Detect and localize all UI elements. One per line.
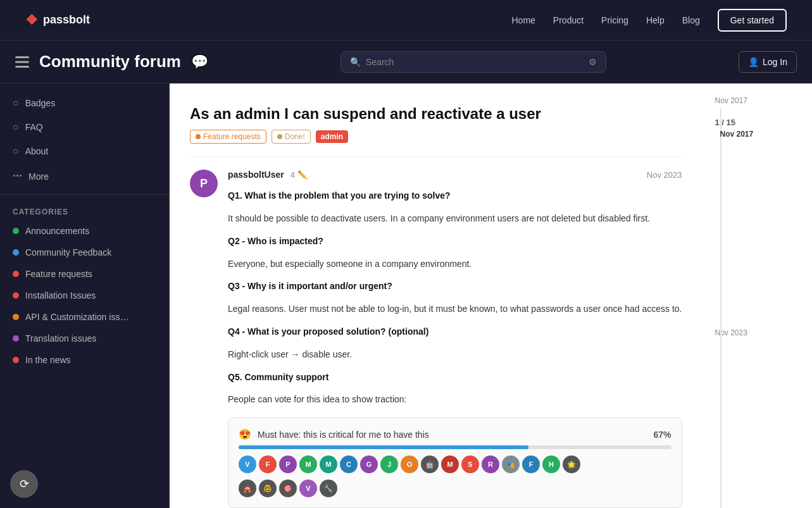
feature-tag-label: Feature requests <box>203 132 261 141</box>
filter-icon[interactable]: ⚙ <box>589 57 597 67</box>
timeline-date-far: Nov 2023 <box>715 328 758 337</box>
avatar: P <box>190 170 218 197</box>
post-title-section: As an admin I can suspend and reactivate… <box>190 104 682 144</box>
category-label-feature-requests: Feature requests <box>25 269 92 279</box>
done-tag-dot <box>277 134 282 139</box>
sidebar-item-about[interactable]: ○ About <box>0 139 169 163</box>
get-started-button[interactable]: Get started <box>718 9 787 32</box>
tag-admin[interactable]: admin <box>316 130 348 143</box>
community-feedback-dot <box>13 249 19 256</box>
nav-help[interactable]: Help <box>646 15 665 25</box>
category-label-translation-issues: Translation issues <box>25 333 96 344</box>
login-button[interactable]: 👤 Log In <box>739 51 797 73</box>
voter-avatar: V <box>239 455 256 473</box>
sidebar-item-community-feedback[interactable]: Community Feedback <box>0 242 169 263</box>
logo-icon: ❖ <box>25 12 38 28</box>
in-the-news-dot <box>13 357 19 363</box>
voter-avatar: 🌟 <box>563 455 580 473</box>
post-title: As an admin I can suspend and reactivate… <box>190 104 682 123</box>
voter-avatar: C <box>340 455 358 473</box>
layout: ○ Badges ○ FAQ ○ About ··· More Categori… <box>0 84 812 508</box>
q1-label: Q1. What is the problem that you are try… <box>228 190 451 201</box>
top-nav: ❖ passbolt Home Product Pricing Help Blo… <box>0 0 812 40</box>
voter-avatar: 🤓 <box>259 480 277 497</box>
post-content: Q1. What is the problem that you are try… <box>228 189 682 407</box>
voter-avatar: P <box>279 455 297 473</box>
sidebar-item-badges[interactable]: ○ Badges <box>0 91 169 115</box>
timeline-line <box>720 109 721 508</box>
q3-text: Legal reasons. User must not be able to … <box>228 302 682 317</box>
announcements-dot <box>13 228 19 234</box>
sidebar-item-translation-issues[interactable]: Translation issues <box>0 328 169 349</box>
nav-home[interactable]: Home <box>512 15 535 25</box>
timeline-progress: 1 / 15 <box>715 118 758 127</box>
post-tags: Feature requests Done! admin <box>190 130 682 144</box>
sidebar-item-label-faq: FAQ <box>25 122 43 132</box>
voter-avatar: J <box>380 455 398 473</box>
nav-blog[interactable]: Blog <box>682 15 700 25</box>
faq-icon: ○ <box>13 121 19 133</box>
more-dots-icon: ··· <box>13 170 22 183</box>
post-edit-count[interactable]: 4 ✏️ <box>290 170 308 180</box>
poll-voters-row1: VFPMMCGJO🤖MSR🎭FH🌟 <box>239 455 671 473</box>
poll-emoji-1: 😍 <box>239 428 251 440</box>
sidebar-more-button[interactable]: ··· More <box>0 163 169 189</box>
q2-label: Q2 - Who is impacted? <box>228 236 323 246</box>
voter-avatar: G <box>360 455 378 473</box>
voter-avatar: 🎯 <box>279 480 297 497</box>
q5-text: People can vote for this idea to show tr… <box>228 392 682 407</box>
tag-feature-requests[interactable]: Feature requests <box>190 130 266 144</box>
voter-avatar: M <box>320 455 337 473</box>
timeline-date-current: Nov 2017 <box>715 130 758 139</box>
poll-pct-1: 67% <box>653 430 671 440</box>
categories-header: Categories <box>0 200 169 220</box>
login-label: Log In <box>763 57 787 67</box>
content-with-timeline: As an admin I can suspend and reactivate… <box>170 84 812 508</box>
sidebar-toggle-button[interactable] <box>15 56 29 68</box>
toggle-icon: ⟳ <box>20 477 29 491</box>
q1-text: It should be possible to deactivate user… <box>228 211 682 226</box>
category-label-in-the-news: In the news <box>25 355 71 365</box>
post-author[interactable]: passboltUser <box>228 170 284 180</box>
sidebar-item-feature-requests[interactable]: Feature requests <box>0 263 169 285</box>
bottom-toggle-button[interactable]: ⟳ <box>10 470 38 498</box>
voter-avatar: F <box>522 455 540 473</box>
search-input[interactable] <box>366 57 584 67</box>
forum-chat-icon: 💬 <box>191 54 208 70</box>
sidebar-item-faq[interactable]: ○ FAQ <box>0 115 169 139</box>
poll-box: 😍 Must have: this is critical for me to … <box>228 418 682 508</box>
sidebar-item-label-about: About <box>25 146 49 156</box>
sidebar-divider <box>0 194 169 195</box>
voter-avatar: 🔧 <box>320 480 337 497</box>
post-date: Nov 2023 <box>647 170 682 180</box>
sidebar-item-api-customization[interactable]: API & Customization iss… <box>0 306 169 328</box>
feature-requests-dot <box>13 271 19 277</box>
logo[interactable]: ❖ passbolt <box>25 12 90 28</box>
q4-label: Q4 - What is your proposed solution? (op… <box>228 326 428 337</box>
category-label-announcements: Announcements <box>25 226 89 236</box>
svg-rect-2 <box>15 66 29 68</box>
poll-label-1: Must have: this is critical for me to ha… <box>258 430 647 440</box>
main-content: As an admin I can suspend and reactivate… <box>170 84 812 508</box>
q2-text: Everyone, but especially someone in a co… <box>228 257 682 272</box>
done-tag-label: Done! <box>285 132 305 141</box>
nav-pricing[interactable]: Pricing <box>601 15 628 25</box>
tag-done[interactable]: Done! <box>272 130 311 144</box>
sidebar-item-announcements[interactable]: Announcements <box>0 220 169 242</box>
voter-avatar: F <box>259 455 277 473</box>
category-label-api-customization: API & Customization iss… <box>25 312 128 322</box>
translation-issues-dot <box>13 335 19 342</box>
voter-avatar: 🎭 <box>502 455 520 473</box>
badges-icon: ○ <box>13 97 19 109</box>
nav-product[interactable]: Product <box>553 15 584 25</box>
poll-option-1: 😍 Must have: this is critical for me to … <box>239 428 671 440</box>
search-bar[interactable]: 🔍 ⚙ <box>340 51 606 73</box>
sidebar-item-in-the-news[interactable]: In the news <box>0 349 169 371</box>
q3-label: Q3 - Why is it important and/or urgent? <box>228 281 392 291</box>
feature-tag-dot <box>196 134 201 139</box>
sidebar-item-installation-issues[interactable]: Installation Issues <box>0 285 169 306</box>
post-body-area: passboltUser 4 ✏️ Nov 2023 Q1. What is t… <box>228 170 682 508</box>
more-label: More <box>28 171 49 182</box>
voter-avatar: H <box>542 455 560 473</box>
category-label-community-feedback: Community Feedback <box>25 247 111 257</box>
